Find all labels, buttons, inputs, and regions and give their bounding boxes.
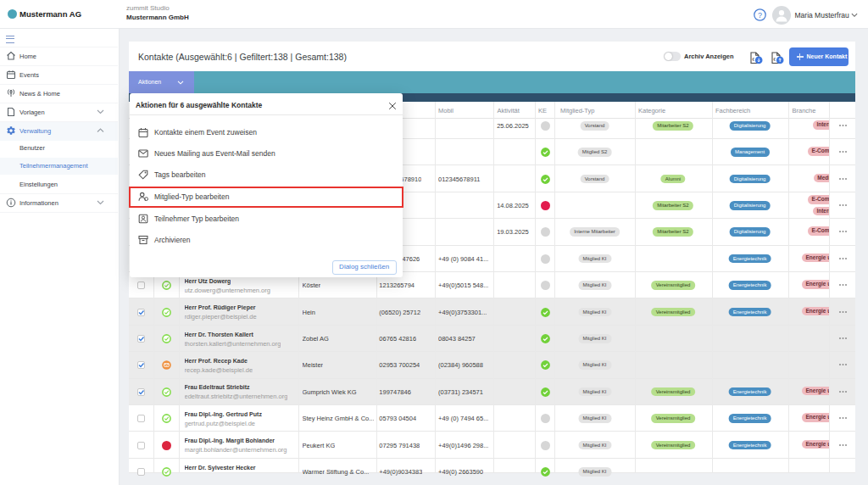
svg-text:?: ? [758, 11, 762, 20]
